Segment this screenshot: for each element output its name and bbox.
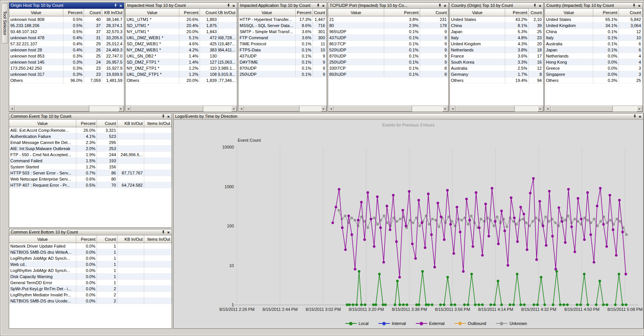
column-header[interactable]: Value bbox=[126, 9, 179, 16]
table-row[interactable]: SD_DMZ_FTP1 *1.4%127115,063... bbox=[126, 59, 237, 65]
close-icon[interactable]: × bbox=[166, 114, 171, 119]
close-icon[interactable]: × bbox=[321, 3, 326, 8]
table-row[interactable]: Greece0.0%3 bbox=[545, 65, 642, 71]
table-row[interactable]: Italy4.8%23 bbox=[450, 35, 543, 41]
scroll-right-arrow[interactable]: ► bbox=[231, 106, 237, 112]
table-row[interactable]: UKL_UTM1 *20.6%1,893 bbox=[126, 16, 237, 22]
horizontal-scrollbar[interactable]: ◄► bbox=[328, 106, 448, 112]
close-icon[interactable]: × bbox=[538, 3, 543, 8]
table-row[interactable]: unknown host 4780.4%3133,205.6 bbox=[9, 35, 124, 41]
table-row[interactable]: FTP Command3.6%300 bbox=[238, 35, 327, 41]
table-row[interactable]: Others96.0%7,0591,481,59 bbox=[9, 77, 124, 83]
scrollbar-thumb[interactable] bbox=[244, 106, 299, 112]
table-row[interactable]: AIE: Ext:Accnt Comp:Remote...26.0%3,321 bbox=[9, 127, 172, 133]
table-row[interactable]: Italy0.1%10 bbox=[545, 35, 642, 41]
column-header[interactable]: Value bbox=[9, 120, 76, 127]
table-row[interactable]: SD_UTM1 *20.4%1,875 bbox=[126, 22, 237, 29]
table-row[interactable]: SpWr-Put KeyLgr RnTm Det - i...0.0%2 bbox=[9, 286, 172, 292]
scroll-left-arrow[interactable]: ◄ bbox=[126, 106, 131, 112]
table-row[interactable]: General TermDD Error0.0%1 bbox=[9, 280, 172, 286]
horizontal-scrollbar[interactable]: ◄► bbox=[450, 106, 543, 112]
column-header[interactable]: KB In/Out bbox=[118, 120, 144, 127]
panel-titlebar[interactable]: Country (Impacted) Top 10 by Count× bbox=[545, 3, 642, 9]
column-header[interactable]: Value bbox=[9, 235, 76, 243]
scrollbar-track[interactable] bbox=[131, 106, 231, 112]
panel-titlebar[interactable]: Common Event Top 10 by Count× bbox=[9, 114, 172, 120]
table-row[interactable]: unknown host 8530.3%2522,747.0 bbox=[9, 53, 124, 59]
column-header[interactable]: Count bbox=[619, 9, 642, 16]
close-icon[interactable]: × bbox=[166, 230, 171, 235]
scrollbar-track[interactable] bbox=[456, 106, 538, 112]
table-row[interactable]: 93.48.107.1620.5%3732,570.3 bbox=[9, 29, 124, 35]
table-row[interactable]: United States65.1%5,842 bbox=[545, 16, 642, 22]
table-row[interactable]: Web Netscape Enterprise Serv...0.6%80 bbox=[9, 176, 172, 182]
column-header[interactable]: KB In/Out bbox=[218, 9, 237, 16]
table-row[interactable]: 95.233.188.2060.5%3728,374.1 bbox=[9, 22, 124, 29]
table-row[interactable]: NY_DMZ_WEB1 *4.2%383384,411... bbox=[126, 47, 237, 53]
table-row[interactable]: 330\TCP0.1%8 bbox=[328, 65, 448, 71]
scrollbar-track[interactable] bbox=[551, 106, 637, 112]
table-row[interactable]: 250\UDP0.1%9 bbox=[328, 59, 448, 65]
column-header[interactable]: Percent bbox=[179, 9, 200, 16]
scrollbar-thumb[interactable] bbox=[131, 106, 203, 112]
table-row[interactable]: LogRhythm JobMgr AD Synch...0.0%1 bbox=[9, 255, 172, 261]
panel-titlebar[interactable]: Impacted Application Top 10 by Count× bbox=[238, 3, 327, 9]
tool-selector-tab[interactable]: Tool Selector bbox=[2, 3, 8, 43]
table-row[interactable]: NETBIOS SMB-DS dns WriteA...0.0%1 bbox=[9, 249, 172, 255]
horizontal-scrollbar[interactable]: ◄► bbox=[126, 106, 237, 112]
table-row[interactable]: UKL_SN_DB2 *1.4%130 bbox=[126, 53, 237, 59]
column-header[interactable]: Items In/Out bbox=[144, 120, 172, 127]
table-row[interactable]: France3.6%17 bbox=[450, 53, 543, 59]
table-row[interactable]: Authentication Failure4.1%523 bbox=[9, 133, 172, 139]
table-row[interactable]: United States43.2%2,10 bbox=[450, 16, 543, 22]
horizontal-scrollbar[interactable]: ◄► bbox=[238, 106, 327, 112]
table-row[interactable]: Disk Capacity Warning0.0%1 bbox=[9, 274, 172, 280]
table-row[interactable]: 870\UDP0.1%9 bbox=[328, 53, 448, 59]
table-row[interactable]: South Korea3.3%16 bbox=[450, 59, 543, 65]
scrollbar-thumb[interactable] bbox=[15, 106, 89, 112]
column-header[interactable]: Value bbox=[450, 9, 505, 16]
scroll-right-arrow[interactable]: ► bbox=[321, 106, 327, 112]
table-row[interactable]: NY_UTM1 *20.0%1,843 bbox=[126, 29, 237, 35]
table-row[interactable]: Web cd..0.0%1 bbox=[9, 261, 172, 267]
table-row[interactable]: Japan5.3%25 bbox=[450, 29, 543, 35]
table-row[interactable]: MSSQL - SQL Server Data...8.6%716 bbox=[238, 22, 327, 29]
column-header[interactable]: Value bbox=[328, 9, 384, 16]
pin-icon[interactable] bbox=[532, 3, 537, 8]
table-row[interactable]: 213.8%231 bbox=[328, 16, 448, 22]
pin-icon[interactable] bbox=[161, 114, 166, 119]
table-row[interactable]: SD_DMZ_WEB1 *4.6%425419,487... bbox=[126, 41, 237, 47]
table-row[interactable]: unknown host 1450.3%2426,957.5 bbox=[9, 59, 124, 65]
table-row[interactable]: HTTP 407 : Request Error - Pr...0.5%7064… bbox=[9, 182, 172, 188]
close-icon[interactable]: × bbox=[443, 3, 448, 8]
panel-titlebar[interactable]: TCP\UDP Port (Impacted) Top 10 by Co...× bbox=[328, 3, 448, 9]
table-row[interactable]: LogRhythm Mediator Invalid Pr...0.0%2 bbox=[9, 292, 172, 298]
panel-titlebar[interactable]: Common Event Bottom 10 by Count× bbox=[9, 229, 172, 235]
column-header[interactable]: Percent bbox=[505, 9, 529, 16]
scroll-right-arrow[interactable]: ► bbox=[443, 106, 448, 112]
scroll-left-arrow[interactable]: ◄ bbox=[450, 106, 456, 112]
column-header[interactable]: Count bbox=[84, 9, 102, 16]
table-row[interactable]: System Started1.2%156 bbox=[9, 164, 172, 170]
table-row[interactable]: 250\UDP0.1%9 bbox=[238, 71, 327, 77]
table-row[interactable]: Network Driver Update Failed0.0%1 bbox=[9, 243, 172, 249]
table-row[interactable]: LogRhythm JobMgr AD Synch...0.0%1 bbox=[9, 267, 172, 274]
table-row[interactable]: 57.32.221.1070.4%2925,012.4 bbox=[9, 41, 124, 47]
table-row[interactable]: FTP - 550 - Cmd Not Accepted...1.9%24424… bbox=[9, 152, 172, 158]
table-row[interactable]: 437\UDP0.1%9 bbox=[328, 35, 448, 41]
panel-titlebar[interactable]: Logs/Events by Time by Direction× bbox=[174, 114, 643, 120]
table-row[interactable]: Australia2.5%12 bbox=[450, 65, 543, 71]
table-row[interactable]: Others20.0%1,839177,346... bbox=[126, 77, 237, 83]
column-header[interactable]: Percent bbox=[593, 9, 619, 16]
column-header[interactable]: Items In/Out bbox=[144, 235, 172, 243]
table-row[interactable]: SMTP - Simple Mail Transf...3.6%301 bbox=[238, 29, 327, 35]
horizontal-scrollbar[interactable]: ◄► bbox=[545, 106, 642, 112]
pin-icon[interactable] bbox=[632, 114, 637, 119]
scrollbar-thumb[interactable] bbox=[334, 106, 412, 112]
column-header[interactable]: Count bbox=[97, 120, 118, 127]
table-row[interactable]: Netherlands3.8%18 bbox=[450, 47, 543, 53]
pin-icon[interactable] bbox=[437, 3, 442, 8]
column-header[interactable]: Percent bbox=[63, 9, 84, 16]
pin-icon[interactable] bbox=[226, 3, 231, 8]
table-row[interactable]: United Kingdom4.3%20 bbox=[450, 41, 543, 47]
